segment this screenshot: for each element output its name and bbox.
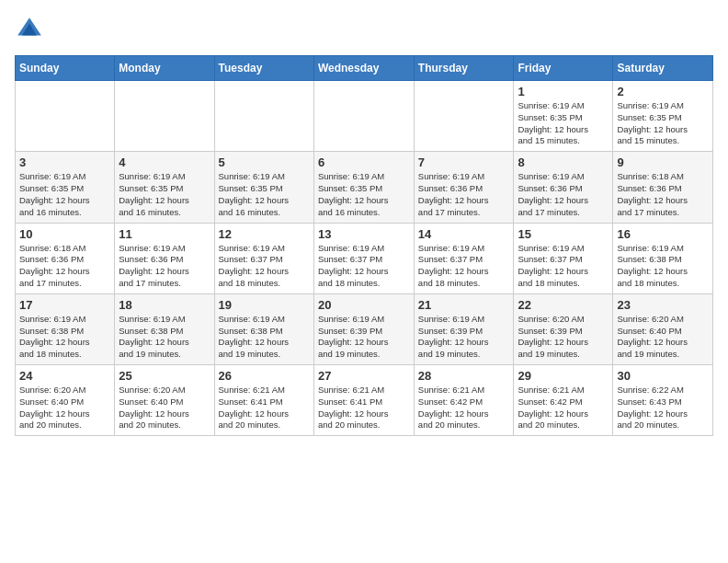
- calendar-cell-3: 3Sunrise: 6:19 AM Sunset: 6:35 PM Daylig…: [16, 152, 115, 223]
- day-number: 29: [518, 369, 609, 383]
- calendar-cell-empty: [115, 81, 214, 152]
- calendar-cell-24: 24Sunrise: 6:20 AM Sunset: 6:40 PM Dayli…: [16, 365, 115, 436]
- day-number: 13: [318, 227, 410, 241]
- day-info: Sunrise: 6:19 AM Sunset: 6:35 PM Dayligh…: [518, 100, 609, 147]
- calendar-cell-8: 8Sunrise: 6:19 AM Sunset: 6:36 PM Daylig…: [514, 152, 613, 223]
- day-number: 17: [19, 298, 110, 312]
- day-info: Sunrise: 6:19 AM Sunset: 6:39 PM Dayligh…: [418, 314, 510, 361]
- column-header-monday: Monday: [115, 56, 214, 81]
- day-info: Sunrise: 6:19 AM Sunset: 6:38 PM Dayligh…: [219, 314, 310, 361]
- day-info: Sunrise: 6:19 AM Sunset: 6:35 PM Dayligh…: [19, 171, 110, 218]
- day-number: 3: [19, 155, 110, 169]
- day-info: Sunrise: 6:19 AM Sunset: 6:35 PM Dayligh…: [617, 100, 709, 147]
- day-info: Sunrise: 6:19 AM Sunset: 6:36 PM Dayligh…: [418, 171, 510, 218]
- logo-icon: [15, 15, 44, 44]
- calendar-week-2: 10Sunrise: 6:18 AM Sunset: 6:36 PM Dayli…: [16, 223, 713, 293]
- day-number: 28: [418, 369, 510, 383]
- calendar-cell-12: 12Sunrise: 6:19 AM Sunset: 6:37 PM Dayli…: [214, 223, 313, 293]
- day-info: Sunrise: 6:19 AM Sunset: 6:35 PM Dayligh…: [119, 171, 210, 218]
- day-info: Sunrise: 6:19 AM Sunset: 6:37 PM Dayligh…: [318, 243, 410, 290]
- day-info: Sunrise: 6:19 AM Sunset: 6:37 PM Dayligh…: [219, 243, 310, 290]
- calendar-cell-empty: [16, 81, 115, 152]
- column-header-tuesday: Tuesday: [214, 56, 313, 81]
- day-info: Sunrise: 6:21 AM Sunset: 6:41 PM Dayligh…: [318, 385, 410, 431]
- calendar-week-1: 3Sunrise: 6:19 AM Sunset: 6:35 PM Daylig…: [16, 152, 713, 223]
- calendar-cell-22: 22Sunrise: 6:20 AM Sunset: 6:39 PM Dayli…: [514, 293, 613, 364]
- calendar-cell-28: 28Sunrise: 6:21 AM Sunset: 6:42 PM Dayli…: [414, 365, 514, 436]
- column-header-wednesday: Wednesday: [313, 56, 414, 81]
- calendar-header-row: SundayMondayTuesdayWednesdayThursdayFrid…: [16, 56, 713, 81]
- day-info: Sunrise: 6:19 AM Sunset: 6:35 PM Dayligh…: [219, 171, 310, 218]
- column-header-saturday: Saturday: [613, 56, 713, 81]
- calendar-cell-7: 7Sunrise: 6:19 AM Sunset: 6:36 PM Daylig…: [414, 152, 514, 223]
- page-header: [15, 15, 713, 44]
- calendar-cell-10: 10Sunrise: 6:18 AM Sunset: 6:36 PM Dayli…: [16, 223, 115, 293]
- day-number: 23: [617, 298, 709, 312]
- day-number: 14: [418, 227, 510, 241]
- day-number: 20: [318, 298, 410, 312]
- calendar-cell-empty: [414, 81, 514, 152]
- column-header-sunday: Sunday: [16, 56, 115, 81]
- calendar-cell-9: 9Sunrise: 6:18 AM Sunset: 6:36 PM Daylig…: [613, 152, 713, 223]
- day-info: Sunrise: 6:21 AM Sunset: 6:42 PM Dayligh…: [518, 385, 609, 431]
- day-number: 9: [617, 155, 709, 169]
- day-number: 22: [518, 298, 609, 312]
- day-info: Sunrise: 6:19 AM Sunset: 6:38 PM Dayligh…: [119, 314, 210, 361]
- day-number: 1: [518, 85, 609, 98]
- calendar-cell-18: 18Sunrise: 6:19 AM Sunset: 6:38 PM Dayli…: [115, 293, 214, 364]
- day-info: Sunrise: 6:19 AM Sunset: 6:36 PM Dayligh…: [119, 243, 210, 290]
- day-number: 26: [219, 369, 310, 383]
- day-number: 30: [617, 369, 709, 383]
- day-number: 18: [119, 298, 210, 312]
- day-info: Sunrise: 6:20 AM Sunset: 6:40 PM Dayligh…: [617, 314, 709, 361]
- day-info: Sunrise: 6:19 AM Sunset: 6:37 PM Dayligh…: [418, 243, 510, 290]
- calendar-table: SundayMondayTuesdayWednesdayThursdayFrid…: [15, 55, 713, 436]
- calendar-cell-17: 17Sunrise: 6:19 AM Sunset: 6:38 PM Dayli…: [16, 293, 115, 364]
- calendar-cell-16: 16Sunrise: 6:19 AM Sunset: 6:38 PM Dayli…: [613, 223, 713, 293]
- day-number: 10: [19, 227, 110, 241]
- calendar-cell-27: 27Sunrise: 6:21 AM Sunset: 6:41 PM Dayli…: [313, 365, 414, 436]
- calendar-cell-1: 1Sunrise: 6:19 AM Sunset: 6:35 PM Daylig…: [514, 81, 613, 152]
- day-info: Sunrise: 6:21 AM Sunset: 6:42 PM Dayligh…: [418, 385, 510, 431]
- day-number: 11: [119, 227, 210, 241]
- logo: [15, 15, 48, 44]
- calendar-cell-29: 29Sunrise: 6:21 AM Sunset: 6:42 PM Dayli…: [514, 365, 613, 436]
- day-number: 27: [318, 369, 410, 383]
- day-info: Sunrise: 6:19 AM Sunset: 6:35 PM Dayligh…: [318, 171, 410, 218]
- day-info: Sunrise: 6:18 AM Sunset: 6:36 PM Dayligh…: [617, 171, 709, 218]
- day-number: 24: [19, 369, 110, 383]
- day-info: Sunrise: 6:19 AM Sunset: 6:36 PM Dayligh…: [518, 171, 609, 218]
- calendar-week-3: 17Sunrise: 6:19 AM Sunset: 6:38 PM Dayli…: [16, 293, 713, 364]
- day-number: 6: [318, 155, 410, 169]
- column-header-friday: Friday: [514, 56, 613, 81]
- calendar-cell-15: 15Sunrise: 6:19 AM Sunset: 6:37 PM Dayli…: [514, 223, 613, 293]
- day-number: 7: [418, 155, 510, 169]
- day-number: 4: [119, 155, 210, 169]
- calendar-week-4: 24Sunrise: 6:20 AM Sunset: 6:40 PM Dayli…: [16, 365, 713, 436]
- day-info: Sunrise: 6:19 AM Sunset: 6:38 PM Dayligh…: [19, 314, 110, 361]
- day-info: Sunrise: 6:20 AM Sunset: 6:39 PM Dayligh…: [518, 314, 609, 361]
- calendar-cell-26: 26Sunrise: 6:21 AM Sunset: 6:41 PM Dayli…: [214, 365, 313, 436]
- day-number: 25: [119, 369, 210, 383]
- day-info: Sunrise: 6:20 AM Sunset: 6:40 PM Dayligh…: [19, 385, 110, 431]
- calendar-cell-2: 2Sunrise: 6:19 AM Sunset: 6:35 PM Daylig…: [613, 81, 713, 152]
- calendar-cell-empty: [313, 81, 414, 152]
- calendar-cell-14: 14Sunrise: 6:19 AM Sunset: 6:37 PM Dayli…: [414, 223, 514, 293]
- day-number: 12: [219, 227, 310, 241]
- calendar-cell-30: 30Sunrise: 6:22 AM Sunset: 6:43 PM Dayli…: [613, 365, 713, 436]
- day-info: Sunrise: 6:20 AM Sunset: 6:40 PM Dayligh…: [119, 385, 210, 431]
- calendar-week-0: 1Sunrise: 6:19 AM Sunset: 6:35 PM Daylig…: [16, 81, 713, 152]
- day-number: 16: [617, 227, 709, 241]
- calendar-cell-21: 21Sunrise: 6:19 AM Sunset: 6:39 PM Dayli…: [414, 293, 514, 364]
- day-info: Sunrise: 6:18 AM Sunset: 6:36 PM Dayligh…: [19, 243, 110, 290]
- calendar-cell-25: 25Sunrise: 6:20 AM Sunset: 6:40 PM Dayli…: [115, 365, 214, 436]
- day-number: 15: [518, 227, 609, 241]
- calendar-cell-4: 4Sunrise: 6:19 AM Sunset: 6:35 PM Daylig…: [115, 152, 214, 223]
- day-number: 21: [418, 298, 510, 312]
- day-info: Sunrise: 6:21 AM Sunset: 6:41 PM Dayligh…: [219, 385, 310, 431]
- calendar-cell-23: 23Sunrise: 6:20 AM Sunset: 6:40 PM Dayli…: [613, 293, 713, 364]
- day-number: 2: [617, 85, 709, 98]
- day-info: Sunrise: 6:19 AM Sunset: 6:38 PM Dayligh…: [617, 243, 709, 290]
- day-number: 19: [219, 298, 310, 312]
- calendar-cell-empty: [214, 81, 313, 152]
